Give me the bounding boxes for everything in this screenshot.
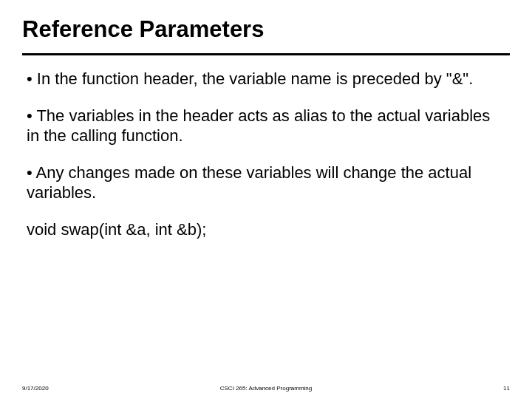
bullet-item: • Any changes made on these variables wi… (27, 163, 505, 203)
footer-course: CSCI 265: Advanced Programming (0, 385, 532, 392)
footer: 9/17/2020 CSCI 265: Advanced Programming… (0, 385, 532, 392)
bullet-item: • The variables in the header acts as al… (27, 106, 505, 146)
slide: Reference Parameters • In the function h… (0, 0, 532, 399)
slide-body: • In the function header, the variable n… (0, 55, 532, 239)
footer-page: 11 (503, 385, 510, 392)
slide-title: Reference Parameters (22, 16, 510, 43)
title-block: Reference Parameters (0, 0, 532, 49)
code-example: void swap(int &a, int &b); (27, 219, 505, 240)
bullet-item: • In the function header, the variable n… (27, 69, 505, 89)
